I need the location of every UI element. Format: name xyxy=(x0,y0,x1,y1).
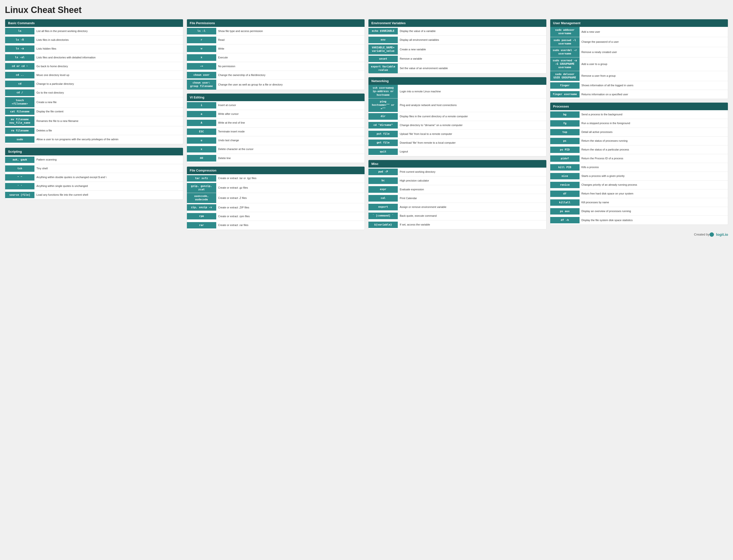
command-cell: r xyxy=(187,37,216,43)
command-cell: get file xyxy=(368,140,398,146)
table-row: rarCreate or extract .rar files xyxy=(187,221,365,230)
table-row: kill PIDKills a process xyxy=(550,163,728,172)
table-row: aWrite after cursor xyxy=(187,110,365,119)
table-row: echo $VARIABLEDisplay the value of a var… xyxy=(368,27,546,36)
description-cell: Anything within double quotes is unchang… xyxy=(34,174,183,180)
table-row: ` [command] `Back quote, execute command xyxy=(368,212,546,220)
description-cell: Lists hidden files xyxy=(34,46,183,52)
footer-created-by: Created by xyxy=(694,233,710,236)
description-cell: Logout xyxy=(398,149,546,155)
description-cell: Detail all active processes xyxy=(580,129,728,135)
description-cell: Display the value of a variable xyxy=(398,28,546,34)
file-permissions-table: ls -lShow file type and access permissio… xyxy=(187,27,365,90)
table-row: topDetail all active processes xyxy=(550,128,728,137)
table-row: touch <filename>Create a new file xyxy=(5,97,183,108)
scripting-table: awk, gawkPattern scanningtshTiny shell" … xyxy=(5,155,183,199)
command-cell: cal xyxy=(368,195,398,201)
table-row: exportAssign or remove environment varia… xyxy=(368,203,546,212)
table-row: put fileUpload 'file' from local to a re… xyxy=(368,130,546,139)
command-cell: cd / xyxy=(5,89,34,96)
description-cell: Kills a process xyxy=(580,164,728,170)
command-cell: fg xyxy=(550,120,580,127)
misc-card: Misc pwd -PPrint current working directo… xyxy=(368,160,547,229)
description-cell: No permission xyxy=(216,63,365,69)
networking-header: Networking xyxy=(368,77,546,85)
command-cell: finger xyxy=(550,82,580,89)
command-cell: cd .. xyxy=(5,72,34,78)
table-row: pidofReturn the Process ID of a process xyxy=(550,154,728,163)
scripting-header: Scripting xyxy=(5,148,183,155)
table-row: bgSend a process to the background xyxy=(550,110,728,119)
description-cell: Insert at cursor xyxy=(216,102,365,108)
description-cell: Ping and analyze network and host connec… xyxy=(398,102,546,108)
table-row: lsList all files in the present working … xyxy=(5,27,183,36)
table-row: pwd -PPrint current working directory xyxy=(368,168,546,176)
table-row: tshTiny shell xyxy=(5,164,183,173)
description-cell: List all files in the present working di… xyxy=(34,28,183,34)
command-cell: pwd -P xyxy=(368,169,398,175)
table-row: ssh username@ ip-address or hostnameLogi… xyxy=(368,85,546,98)
table-row: export Variable =valueSet the value of a… xyxy=(368,64,546,74)
command-cell: ps PID xyxy=(550,147,580,153)
basic-commands-card: Basic Commands lsList all files in the p… xyxy=(5,19,183,144)
command-cell: pidof xyxy=(550,155,580,162)
table-row: dfReturn free hard disk space on your sy… xyxy=(550,189,728,198)
table-row: uuencode, uudecodeCreate or extract .Z f… xyxy=(187,193,365,203)
command-cell: ssh username@ ip-address or hostname xyxy=(368,85,398,98)
user-management-header: User Management xyxy=(550,19,728,27)
description-cell: Send a process to the background xyxy=(580,111,728,118)
table-row: chown user: group filenameChange the use… xyxy=(187,80,365,90)
table-row: ddDelete line xyxy=(187,154,365,163)
file-compression-card: File Compression tar xvfzCreate or extra… xyxy=(187,166,365,230)
command-cell: rm filename xyxy=(5,128,34,134)
command-cell: cd "dirname" xyxy=(368,122,398,128)
command-cell: killall xyxy=(550,199,580,206)
table-row: cd ..Move one directory level up xyxy=(5,71,183,80)
command-cell: tsh xyxy=(5,165,34,172)
description-cell: If set, access the variable xyxy=(398,222,546,228)
description-cell: Create or extract .rpm files xyxy=(216,213,365,219)
file-permissions-header: File Permissions xyxy=(187,19,365,27)
command-cell: dd xyxy=(187,155,216,161)
command-cell: dir xyxy=(368,113,398,119)
networking-card: Networking ssh username@ ip-address or h… xyxy=(368,77,547,156)
table-row: sudo usermod -a -G GROUPNAME usernameAdd… xyxy=(550,57,728,71)
environment-variables-table: echo $VARIABLEDisplay the value of a var… xyxy=(368,27,546,73)
description-cell: Write xyxy=(216,46,365,52)
description-cell: Remove a user from a group xyxy=(580,73,728,79)
description-cell: Change the ownership of a file/directory xyxy=(216,72,365,78)
table-row: bcHigh precision calculator xyxy=(368,176,546,185)
command-cell: mv filename now_file_name xyxy=(5,116,34,126)
table-row: iInsert at cursor xyxy=(187,101,365,110)
command-cell: ESC xyxy=(187,129,216,135)
table-row: sudoAllow a user to run programs with th… xyxy=(5,135,183,144)
command-cell: df xyxy=(550,191,580,197)
table-row: calPrint Calendar xyxy=(368,194,546,203)
table-row: ' 'Anything within single quotes is unch… xyxy=(5,182,183,191)
command-cell: rpm xyxy=(187,213,216,219)
command-cell: chown user: group filename xyxy=(187,80,216,90)
table-row: source [file]Load any functions file int… xyxy=(5,191,183,199)
table-row: ls -aLists hidden files xyxy=(5,44,183,53)
command-cell: env xyxy=(368,37,398,43)
vi-editing-header: VI Editing xyxy=(187,94,365,101)
command-cell: sudo adduser username xyxy=(550,27,580,37)
command-cell: sudo userdel -r username xyxy=(550,47,580,57)
description-cell: Go back to home directory xyxy=(34,63,183,69)
table-row: psReturn the status of processes running xyxy=(550,137,728,145)
table-row: reniceChanges priority of an already run… xyxy=(550,181,728,189)
description-cell: Delete line xyxy=(216,155,365,161)
table-row: gzip, gunzip, zcatCreate or extract .gz … xyxy=(187,183,365,193)
description-cell: Download 'file' from remote to a local c… xyxy=(398,140,546,146)
table-row: sudo deluser USER GROUPNAMERemove a user… xyxy=(550,71,728,81)
table-row: ls -RLists files in sub-directories xyxy=(5,36,183,44)
command-cell: a xyxy=(187,111,216,117)
networking-table: ssh username@ ip-address or hostnameLogi… xyxy=(368,85,546,156)
description-cell: Display files in the current directory o… xyxy=(398,113,546,119)
description-cell: Add a user to a group xyxy=(580,61,728,67)
description-cell: Display the file content xyxy=(34,108,183,115)
description-cell: Pattern scanning xyxy=(34,157,183,163)
command-cell: export Variable =value xyxy=(368,64,398,74)
command-cell: i xyxy=(187,102,216,108)
table-row: cd /Go to the root directory xyxy=(5,88,183,97)
